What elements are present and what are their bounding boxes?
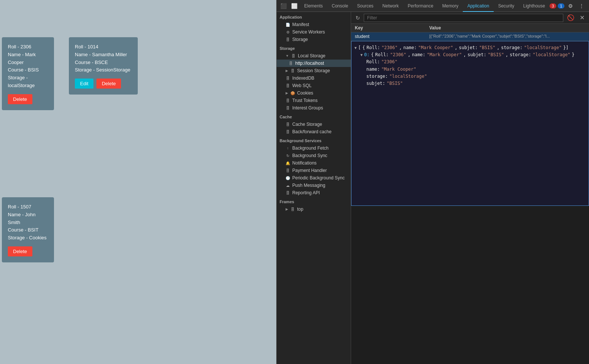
json-line-storage: storage: "localStorage" [354, 73, 586, 80]
manifest-icon: 📄 [286, 22, 290, 27]
sidebar-item-websql[interactable]: 🗄 Web SQL [277, 82, 351, 89]
data-table: Key Value student [{"Roll":"2306","name"… [351, 24, 589, 41]
card2-edit-button[interactable]: Edit [75, 79, 93, 89]
json-line-root: ▼ [ { Roll: "2306" , name: "Mark Cooper"… [354, 44, 586, 51]
badge-red: 3 [550, 3, 556, 9]
item0-expand[interactable]: ▼ [360, 52, 363, 58]
devtools-panel: ⬛ ⬜ Elements Console Sources Network Per… [276, 0, 589, 364]
periodic-bg-sync-icon: 🕐 [286, 176, 290, 180]
push-messaging-icon: ☁ [286, 183, 290, 188]
sidebar-item-periodic-bg-sync[interactable]: 🕐 Periodic Background Sync [277, 174, 351, 182]
card3-storage: Storage - Cookies [8, 234, 48, 242]
sidebar-item-localhost[interactable]: 🗄 http://localhost [277, 60, 351, 67]
devtools-dock-button[interactable]: ⬛ [278, 1, 289, 10]
card2-course: Course - BSCE [75, 59, 132, 67]
sidebar-item-backforward-cache[interactable]: 🗄 Back/forward cache [277, 128, 351, 135]
sidebar-item-cache-storage[interactable]: 🗄 Cache Storage [277, 121, 351, 128]
table-cell-value: [{"Roll":"2306","name":"Mark Cooper","su… [426, 32, 589, 41]
json-line-subjet: subjet: "BSIS" [354, 80, 586, 87]
root-expand[interactable]: ▼ [354, 45, 357, 51]
more-button[interactable]: ⋮ [577, 1, 586, 10]
app-area: Roll - 2306 Name - Mark Cooper Course - … [0, 0, 276, 364]
json-line-name: name: "Mark Cooper" [354, 66, 586, 73]
close-filter-button[interactable]: ✕ [578, 13, 586, 22]
sidebar-item-reporting-api[interactable]: 🗄 Reporting API [277, 189, 351, 197]
sidebar-item-cookies[interactable]: ▶ 🍪 Cookies [277, 89, 351, 97]
local-storage-icon: 🗄 [291, 54, 296, 58]
session-storage-icon: 🗄 [290, 68, 295, 73]
card1-name: Name - Mark Cooper [8, 51, 48, 67]
sidebar-item-trust-tokens[interactable]: 🗄 Trust Tokens [277, 97, 351, 104]
main-content: ↻ 🚫 ✕ Key Value student [{"Roll":"2306",… [351, 12, 589, 364]
indexeddb-icon: 🗄 [286, 76, 290, 80]
card2-delete-button[interactable]: Delete [96, 79, 121, 89]
card2-roll: Roll - 1014 [75, 43, 132, 51]
student-card-2: Roll - 1014 Name - Samantha Miller Cours… [69, 37, 138, 95]
tab-performance[interactable]: Performance [403, 0, 438, 12]
card1-delete-button[interactable]: Delete [8, 94, 32, 104]
sidebar-item-notifications[interactable]: 🔔 Notifications [277, 159, 351, 167]
devtools-body: Application 📄 Manifest ⚙ Service Workers… [277, 12, 589, 364]
filter-input[interactable] [364, 14, 563, 22]
backforward-cache-icon: 🗄 [286, 130, 290, 134]
application-section-header: Application [277, 12, 351, 21]
cache-storage-icon: 🗄 [286, 122, 290, 127]
card1-course: Course - BSIS [8, 66, 48, 74]
table-cell-key: student [351, 32, 426, 41]
websql-icon: 🗄 [286, 83, 290, 88]
settings-button[interactable]: ⚙ [566, 1, 575, 10]
tab-elements[interactable]: Elements [300, 0, 327, 12]
devtools-undock-button[interactable]: ⬜ [289, 1, 300, 10]
sidebar-item-manifest[interactable]: 📄 Manifest [277, 21, 351, 28]
devtools-sidebar: Application 📄 Manifest ⚙ Service Workers… [277, 12, 351, 364]
cache-section-header: Cache [277, 112, 351, 121]
tab-console[interactable]: Console [327, 0, 353, 12]
frame-icon: 🗄 [290, 207, 295, 211]
sidebar-item-bg-sync[interactable]: ↻ Background Sync [277, 152, 351, 159]
devtools-topbar: ⬛ ⬜ Elements Console Sources Network Per… [277, 0, 589, 12]
badge-blue: 1 [558, 3, 564, 9]
sidebar-item-interest-groups[interactable]: 🗄 Interest Groups [277, 104, 351, 112]
bg-services-section-header: Background Services [277, 135, 351, 144]
student-card-3: Roll - 1507 Name - John Smith Course - B… [2, 197, 54, 262]
sidebar-item-indexeddb[interactable]: 🗄 IndexedDB [277, 74, 351, 82]
sidebar-item-local-storage[interactable]: ▼ 🗄 Local Storage [277, 52, 351, 60]
tab-network[interactable]: Network [378, 0, 403, 12]
sidebar-item-session-storage[interactable]: ▶ 🗄 Session Storage [277, 67, 351, 74]
empty-area [351, 206, 589, 364]
interest-groups-icon: 🗄 [286, 106, 290, 110]
refresh-button[interactable]: ↻ [354, 14, 362, 22]
tab-memory[interactable]: Memory [438, 0, 463, 12]
json-line-0: ▼ 0: { Roll: "2306" , name: "Mark Cooper… [354, 51, 586, 58]
notifications-icon: 🔔 [286, 161, 290, 165]
bg-sync-icon: ↻ [286, 153, 290, 158]
json-line-roll: Roll: "2306" [354, 58, 586, 66]
session-storage-chevron: ▶ [286, 69, 288, 73]
tab-application[interactable]: Application [463, 0, 494, 12]
tab-lighthouse[interactable]: Lighthouse [519, 0, 550, 12]
filter-bar: ↻ 🚫 ✕ [351, 12, 589, 24]
service-workers-icon: ⚙ [286, 30, 290, 34]
json-tree: ▼ [ { Roll: "2306" , name: "Mark Cooper"… [351, 41, 589, 206]
sidebar-item-storage[interactable]: 🗄 Storage [277, 36, 351, 43]
trust-tokens-icon: 🗄 [286, 98, 290, 103]
sidebar-item-push-messaging[interactable]: ☁ Push Messaging [277, 182, 351, 189]
table-row[interactable]: student [{"Roll":"2306","name":"Mark Coo… [351, 32, 589, 41]
card3-delete-button[interactable]: Delete [8, 246, 32, 256]
table-header: Key Value [351, 24, 589, 32]
tab-security[interactable]: Security [494, 0, 519, 12]
clear-filter-button[interactable]: 🚫 [566, 13, 576, 22]
sidebar-item-top-frame[interactable]: ▶ 🗄 top [277, 205, 351, 213]
sidebar-item-bg-fetch[interactable]: ↑ Background Fetch [277, 144, 351, 152]
sidebar-item-service-workers[interactable]: ⚙ Service Workers [277, 28, 351, 36]
card2-storage: Storage - SessionStorage [75, 66, 132, 74]
local-storage-chevron: ▼ [286, 54, 289, 58]
devtools-tabs: Elements Console Sources Network Perform… [300, 0, 550, 12]
reporting-api-icon: 🗄 [286, 191, 290, 195]
tab-sources[interactable]: Sources [353, 0, 378, 12]
sidebar-item-payment-handler[interactable]: 🗄 Payment Handler [277, 167, 351, 174]
card3-name: Name - John Smith [8, 211, 48, 227]
payment-handler-icon: 🗄 [286, 168, 290, 173]
cookies-icon: 🍪 [290, 91, 295, 95]
frames-section-header: Frames [277, 197, 351, 205]
